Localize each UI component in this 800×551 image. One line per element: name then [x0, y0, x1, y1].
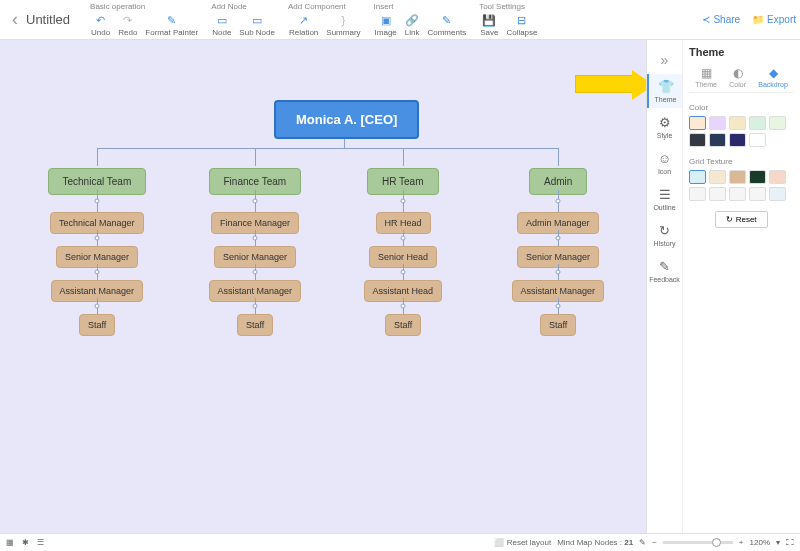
undo-icon: ↶	[94, 13, 108, 27]
color-swatch[interactable]	[729, 133, 746, 147]
node-staff[interactable]: Staff	[79, 314, 115, 336]
texture-swatch[interactable]	[749, 187, 766, 201]
collapse-icon: ⊟	[515, 13, 529, 27]
texture-swatch[interactable]	[769, 170, 786, 184]
zoom-out-button[interactable]: −	[652, 538, 657, 547]
color-swatch[interactable]	[749, 133, 766, 147]
sb-icon-1[interactable]: ▦	[6, 538, 14, 547]
link-button[interactable]: 🔗Link	[402, 13, 423, 37]
color-swatch[interactable]	[709, 116, 726, 130]
texture-section-label: Grid Texture	[689, 157, 794, 166]
connector-handle[interactable]	[95, 199, 100, 204]
brush-icon: ✎	[165, 13, 179, 27]
toolgroup-basic: Basic operation ↶Undo ↷Redo ✎Format Pain…	[88, 2, 201, 37]
save-button[interactable]: 💾Save	[477, 13, 501, 37]
pen-icon[interactable]: ✎	[639, 538, 646, 547]
panel-collapse-button[interactable]: »	[657, 48, 673, 72]
reset-button[interactable]: ↻ Reset	[715, 211, 767, 228]
share-button[interactable]: ≺Share	[702, 14, 740, 25]
rail-icon[interactable]: ☺Icon	[647, 146, 682, 180]
node-staff[interactable]: Staff	[237, 314, 273, 336]
fullscreen-icon[interactable]: ⛶	[786, 538, 794, 547]
rail-outline[interactable]: ☰Outline	[647, 182, 682, 216]
texture-swatch[interactable]	[689, 170, 706, 184]
texture-swatch[interactable]	[729, 187, 746, 201]
zoom-in-button[interactable]: +	[739, 538, 744, 547]
texture-swatch[interactable]	[709, 170, 726, 184]
node-icon: ▭	[215, 13, 229, 27]
texture-swatch[interactable]	[769, 187, 786, 201]
sb-icon-2[interactable]: ✱	[22, 538, 29, 547]
outline-icon: ☰	[659, 187, 671, 202]
color-swatch[interactable]	[729, 116, 746, 130]
tab-backdrop[interactable]: ◆Backdrop	[758, 66, 788, 88]
reset-layout-button[interactable]: ⬜ Reset layout	[494, 538, 551, 547]
summary-icon: }	[336, 13, 350, 27]
connector-handle[interactable]	[253, 304, 258, 309]
canvas[interactable]: Monica A. [CEO] Technical TeamTechnical …	[0, 40, 646, 533]
summary-button[interactable]: }Summary	[323, 13, 363, 37]
comments-button[interactable]: ✎Comments	[424, 13, 469, 37]
chevron-down-icon[interactable]: ▾	[776, 538, 780, 547]
node-ceo[interactable]: Monica A. [CEO]	[274, 100, 419, 139]
connector-handle[interactable]	[401, 270, 406, 275]
connector-handle[interactable]	[556, 236, 561, 241]
sb-icon-3[interactable]: ☰	[37, 538, 44, 547]
subnode-button[interactable]: ▭Sub Node	[236, 13, 278, 37]
panel-title: Theme	[689, 46, 794, 58]
rail-style[interactable]: ⚙Style	[647, 110, 682, 144]
connector-handle[interactable]	[253, 199, 258, 204]
tab-theme[interactable]: ▦Theme	[695, 66, 717, 88]
connector-handle[interactable]	[401, 199, 406, 204]
connector-handle[interactable]	[556, 270, 561, 275]
connector-handle[interactable]	[253, 270, 258, 275]
color-swatch[interactable]	[709, 133, 726, 147]
comments-icon: ✎	[440, 13, 454, 27]
node-button[interactable]: ▭Node	[209, 13, 234, 37]
connector-handle[interactable]	[556, 199, 561, 204]
connector-handle[interactable]	[253, 236, 258, 241]
main-area: Monica A. [CEO] Technical TeamTechnical …	[0, 40, 800, 533]
folder-icon: 📁	[752, 14, 764, 25]
save-icon: 💾	[482, 13, 496, 27]
texture-swatch[interactable]	[749, 170, 766, 184]
side-rail: » 👕Theme ⚙Style ☺Icon ☰Outline ↻History …	[646, 40, 682, 533]
connector	[403, 148, 404, 166]
node-staff[interactable]: Staff	[385, 314, 421, 336]
format-painter-button[interactable]: ✎Format Painter	[142, 13, 201, 37]
texture-swatch[interactable]	[709, 187, 726, 201]
relation-button[interactable]: ↗Relation	[286, 13, 321, 37]
rail-feedback[interactable]: ✎Feedback	[647, 254, 682, 288]
zoom-thumb[interactable]	[712, 538, 721, 547]
node-staff[interactable]: Staff	[540, 314, 576, 336]
redo-button[interactable]: ↷Redo	[115, 13, 140, 37]
texture-swatches	[689, 170, 794, 201]
undo-button[interactable]: ↶Undo	[88, 13, 113, 37]
connector-handle[interactable]	[95, 236, 100, 241]
connector-handle[interactable]	[95, 304, 100, 309]
share-icon: ≺	[702, 14, 710, 25]
image-button[interactable]: ▣Image	[372, 13, 400, 37]
color-swatch[interactable]	[689, 116, 706, 130]
texture-swatch[interactable]	[729, 170, 746, 184]
connector	[97, 148, 558, 149]
collapse-button[interactable]: ⊟Collapse	[503, 13, 540, 37]
image-icon: ▣	[379, 13, 393, 27]
export-button[interactable]: 📁Export	[752, 14, 796, 25]
connector-handle[interactable]	[556, 304, 561, 309]
document-title[interactable]: Untitled	[26, 12, 70, 27]
color-swatch[interactable]	[749, 116, 766, 130]
relation-icon: ↗	[297, 13, 311, 27]
back-button[interactable]: ‹	[4, 9, 26, 30]
connector-handle[interactable]	[401, 304, 406, 309]
color-swatch[interactable]	[689, 133, 706, 147]
connector-handle[interactable]	[95, 270, 100, 275]
connector-handle[interactable]	[401, 236, 406, 241]
subnode-icon: ▭	[250, 13, 264, 27]
color-swatch[interactable]	[769, 116, 786, 130]
texture-swatch[interactable]	[689, 187, 706, 201]
rail-history[interactable]: ↻History	[647, 218, 682, 252]
rail-theme[interactable]: 👕Theme	[647, 74, 682, 108]
tab-color[interactable]: ◐Color	[729, 66, 746, 88]
zoom-slider[interactable]	[663, 541, 733, 544]
